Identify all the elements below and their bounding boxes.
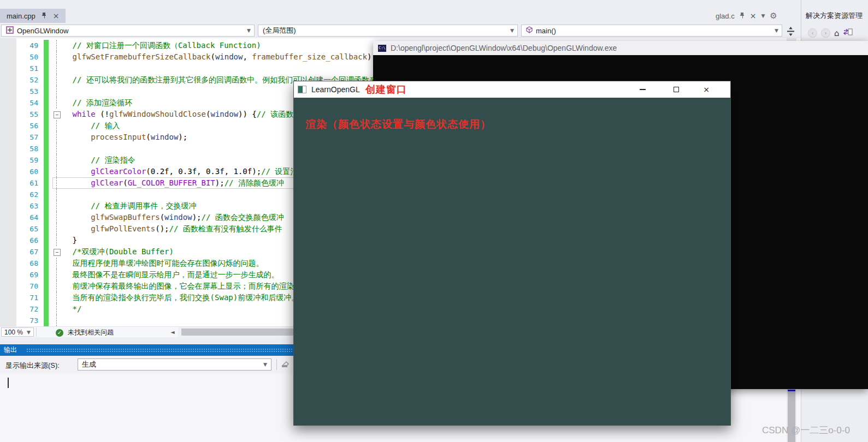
close-icon[interactable]: × (750, 12, 757, 20)
change-tracking-bar (44, 258, 49, 269)
line-number: 55 (0, 109, 38, 120)
project-dropdown[interactable]: OpenGLWindow ▼ (1, 25, 255, 37)
change-tracking-bar (44, 154, 49, 166)
change-tracking-bar (44, 292, 49, 303)
fold-region-line (56, 166, 57, 177)
change-tracking-bar (44, 86, 49, 97)
change-tracking-bar (44, 143, 49, 154)
learnopengl-title: LearnOpenGL (311, 85, 360, 94)
minimize-icon (640, 89, 646, 90)
document-health-indicator[interactable]: ✓ 未找到相关问题 (56, 328, 114, 337)
maximize-button[interactable] (667, 81, 686, 98)
output-title: 输出 (4, 345, 17, 355)
line-number: 60 (0, 166, 38, 177)
sync-active-document-icon[interactable] (843, 28, 853, 38)
line-number: 66 (0, 235, 38, 246)
change-tracking-bar (44, 246, 49, 258)
change-tracking-bar (44, 315, 49, 326)
zoom-dropdown[interactable]: 100 % ▼ (1, 327, 34, 337)
fold-region-line (56, 315, 57, 326)
line-number: 69 (0, 269, 38, 280)
scope-dropdown[interactable]: (全局范围) ▼ (258, 25, 518, 37)
console-title: D:\opengl\project\OpenGLWindow\x64\Debug… (391, 44, 617, 52)
line-number: 51 (0, 63, 38, 74)
editor-navigation-bar: OpenGLWindow ▼ (全局范围) ▼ main() ▼ (0, 23, 801, 38)
change-tracking-bar (44, 280, 49, 292)
line-number: 62 (0, 189, 38, 200)
fold-region-line (56, 177, 57, 189)
home-icon[interactable]: ⌂ (834, 28, 840, 38)
line-number: 56 (0, 120, 38, 132)
line-number: 63 (0, 200, 38, 212)
fold-region-line (56, 235, 57, 246)
fold-region-line (56, 74, 57, 86)
close-button[interactable]: × (697, 81, 716, 98)
split-editor-icon[interactable] (786, 26, 795, 37)
fold-collapse-icon[interactable]: − (54, 111, 61, 118)
output-source-value: 生成 (82, 360, 96, 369)
tab-main-cpp[interactable]: main.cpp × (0, 9, 66, 23)
annotation-title: 创建窗口 (365, 83, 407, 96)
fold-region-line (56, 132, 57, 143)
annotation-body: 渲染（颜色状态设置与颜色状态使用） (294, 98, 730, 132)
gear-icon[interactable]: ⚙ (770, 11, 777, 21)
chevron-down-icon[interactable]: ▼ (761, 13, 765, 19)
console-title-bar[interactable]: C:\ D:\opengl\project\OpenGLWindow\x64\D… (373, 41, 868, 55)
line-number: 54 (0, 97, 38, 109)
fold-region-line (56, 212, 57, 223)
fold-region-line (56, 303, 57, 315)
back-icon[interactable]: ‹ (808, 28, 817, 38)
learnopengl-window[interactable]: LearnOpenGL 创建窗口 × 渲染（颜色状态设置与颜色状态使用） (293, 81, 731, 426)
fold-region-line (56, 40, 57, 51)
check-icon: ✓ (56, 329, 63, 337)
maximize-icon (674, 87, 679, 92)
change-tracking-bar (44, 212, 49, 223)
line-number: 71 (0, 292, 38, 303)
change-tracking-bar (44, 303, 49, 315)
scroll-left-arrow-icon[interactable]: ◄ (170, 329, 175, 335)
close-icon[interactable]: × (53, 12, 60, 20)
pin-icon[interactable] (42, 12, 47, 20)
fold-region-line (56, 120, 57, 132)
line-number: 68 (0, 258, 38, 269)
fold-region-line (56, 154, 57, 166)
change-tracking-bar (44, 189, 49, 200)
tab-glad-c[interactable]: glad.c × ▼ ⚙ (716, 10, 777, 22)
fold-region-line (56, 51, 57, 63)
pin-icon[interactable] (740, 12, 745, 20)
output-source-dropdown[interactable]: 生成 ▼ (78, 359, 271, 371)
chevron-down-icon: ▼ (27, 330, 31, 335)
line-number: 73 (0, 315, 38, 326)
line-number: 70 (0, 280, 38, 292)
line-number: 50 (0, 51, 38, 63)
fold-region-line (56, 63, 57, 74)
change-tracking-bar (44, 109, 49, 120)
divider (276, 359, 277, 370)
fold-region-line (56, 258, 57, 269)
minimize-button[interactable] (633, 81, 652, 98)
cmd-icon: C:\ (378, 45, 386, 52)
project-icon (6, 26, 14, 35)
fold-region-line (56, 143, 57, 154)
change-tracking-bar (44, 97, 49, 109)
change-tracking-bar (44, 63, 49, 74)
change-tracking-bar (44, 177, 49, 189)
chevron-down-icon: ▼ (247, 28, 251, 33)
text-caret (8, 378, 9, 388)
tab-main-cpp-label: main.cpp (7, 12, 36, 20)
fold-collapse-icon[interactable]: − (54, 249, 61, 256)
fold-region-line (56, 200, 57, 212)
change-tracking-bar (44, 200, 49, 212)
chevron-down-icon: ▼ (510, 28, 514, 33)
learnopengl-title-bar[interactable]: LearnOpenGL 创建窗口 × (294, 81, 730, 98)
tab-glad-c-label: glad.c (716, 12, 735, 20)
member-dropdown[interactable]: main() ▼ (521, 25, 782, 37)
clear-output-icon[interactable] (281, 360, 290, 371)
line-number: 49 (0, 40, 38, 51)
change-tracking-bar (44, 166, 49, 177)
change-tracking-bar (44, 40, 49, 51)
project-dropdown-value: OpenGLWindow (17, 27, 68, 35)
fold-region-line (56, 189, 57, 200)
forward-icon[interactable]: › (821, 28, 830, 38)
line-number: 59 (0, 154, 38, 166)
